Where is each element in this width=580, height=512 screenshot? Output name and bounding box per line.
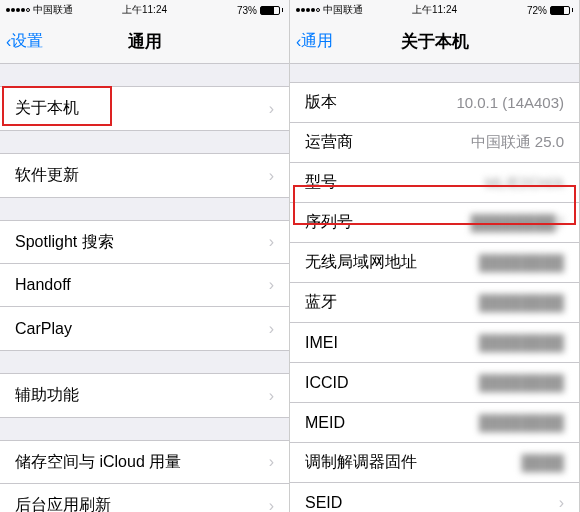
page-title: 关于本机 xyxy=(401,30,469,53)
row-label: MEID xyxy=(305,414,345,432)
row-label: 关于本机 xyxy=(15,98,79,119)
row-label: CarPlay xyxy=(15,320,72,338)
info-row[interactable]: SEID› xyxy=(290,483,579,512)
chevron-right-icon: › xyxy=(269,167,274,185)
row-value: ████████7 xyxy=(471,214,564,231)
settings-row[interactable]: CarPlay› xyxy=(0,307,289,350)
settings-row[interactable]: 关于本机› xyxy=(0,87,289,130)
row-label: Spotlight 搜索 xyxy=(15,232,114,253)
status-bar: 中国联通 上午11:24 72% xyxy=(290,0,579,20)
info-row: ICCID████████ xyxy=(290,363,579,403)
row-value: ████████ xyxy=(479,374,564,391)
chevron-right-icon: › xyxy=(269,100,274,118)
info-row: MEID████████ xyxy=(290,403,579,443)
carrier-label: 中国联通 xyxy=(323,3,363,17)
row-label: 版本 xyxy=(305,92,337,113)
row-label: 软件更新 xyxy=(15,165,79,186)
row-value: 中国联通 25.0 xyxy=(471,133,564,152)
battery-percent: 73% xyxy=(237,5,257,16)
battery-percent: 72% xyxy=(527,5,547,16)
row-label: Handoff xyxy=(15,276,71,294)
row-label: 辅助功能 xyxy=(15,385,79,406)
row-value: ████████ xyxy=(479,334,564,351)
back-button[interactable]: ‹ 设置 xyxy=(6,31,43,52)
row-label: 调制解调器固件 xyxy=(305,452,417,473)
settings-row[interactable]: Handoff› xyxy=(0,264,289,307)
info-row: 运营商中国联通 25.0 xyxy=(290,123,579,163)
row-label: 运营商 xyxy=(305,132,353,153)
clock: 上午11:24 xyxy=(412,3,457,17)
row-label: 型号 xyxy=(305,172,337,193)
back-label: 通用 xyxy=(301,31,333,52)
row-label: 无线局域网地址 xyxy=(305,252,417,273)
info-row: 无线局域网地址████████ xyxy=(290,243,579,283)
info-row: IMEI████████ xyxy=(290,323,579,363)
carrier-label: 中国联通 xyxy=(33,3,73,17)
chevron-right-icon: › xyxy=(269,276,274,294)
chevron-right-icon: › xyxy=(269,233,274,251)
settings-row[interactable]: 软件更新› xyxy=(0,154,289,197)
chevron-right-icon: › xyxy=(559,494,564,512)
row-label: 储存空间与 iCloud 用量 xyxy=(15,452,181,473)
info-row: 序列号████████7 xyxy=(290,203,579,243)
row-label: 后台应用刷新 xyxy=(15,495,111,512)
chevron-right-icon: › xyxy=(269,453,274,471)
nav-bar: ‹ 通用 关于本机 xyxy=(290,20,579,64)
row-value: ████████ xyxy=(479,254,564,271)
settings-row[interactable]: Spotlight 搜索› xyxy=(0,221,289,264)
row-label: IMEI xyxy=(305,334,338,352)
row-label: 序列号 xyxy=(305,212,353,233)
back-label: 设置 xyxy=(11,31,43,52)
settings-row[interactable]: 辅助功能› xyxy=(0,374,289,417)
info-row: 型号ML/E2CH/A xyxy=(290,163,579,203)
row-value: ████ xyxy=(521,454,564,471)
row-value: ████████ xyxy=(479,414,564,431)
row-value: 10.0.1 (14A403) xyxy=(456,94,564,111)
chevron-right-icon: › xyxy=(269,497,274,513)
row-value: ████████ xyxy=(479,294,564,311)
info-row: 蓝牙████████ xyxy=(290,283,579,323)
content: 关于本机›软件更新›Spotlight 搜索›Handoff›CarPlay›辅… xyxy=(0,64,289,512)
nav-bar: ‹ 设置 通用 xyxy=(0,20,289,64)
info-row: 版本10.0.1 (14A403) xyxy=(290,83,579,123)
right-phone: 中国联通 上午11:24 72% ‹ 通用 关于本机 版本10.0.1 (14A… xyxy=(290,0,580,512)
content: 版本10.0.1 (14A403)运营商中国联通 25.0型号ML/E2CH/A… xyxy=(290,64,579,512)
chevron-right-icon: › xyxy=(269,387,274,405)
settings-row[interactable]: 储存空间与 iCloud 用量› xyxy=(0,441,289,484)
status-bar: 中国联通 上午11:24 73% xyxy=(0,0,289,20)
row-label: 蓝牙 xyxy=(305,292,337,313)
chevron-right-icon: › xyxy=(269,320,274,338)
settings-row[interactable]: 后台应用刷新› xyxy=(0,484,289,512)
row-value: ML/E2CH/A xyxy=(485,174,564,191)
row-label: ICCID xyxy=(305,374,349,392)
left-phone: 中国联通 上午11:24 73% ‹ 设置 通用 关于本机›软件更新›Spotl… xyxy=(0,0,290,512)
page-title: 通用 xyxy=(128,30,162,53)
info-row: 调制解调器固件████ xyxy=(290,443,579,483)
row-label: SEID xyxy=(305,494,342,512)
clock: 上午11:24 xyxy=(122,3,167,17)
back-button[interactable]: ‹ 通用 xyxy=(296,31,333,52)
